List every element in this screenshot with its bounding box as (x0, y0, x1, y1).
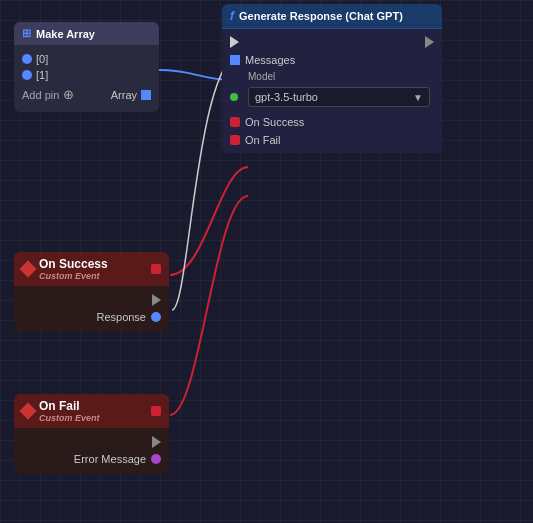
on-fail-header-left: On Fail Custom Event (22, 399, 100, 423)
on-success-event-subtitle: Custom Event (39, 271, 108, 281)
on-fail-row: On Fail (226, 131, 438, 149)
exec-out-pin[interactable] (425, 36, 434, 48)
response-pin[interactable] (151, 312, 161, 322)
make-array-pin-1: [1] (22, 67, 151, 83)
array-output-pin[interactable] (141, 90, 151, 100)
model-label: Model (226, 69, 438, 83)
on-success-exec-row (22, 292, 161, 308)
messages-pin[interactable] (230, 55, 240, 65)
exec-row (226, 33, 438, 51)
on-fail-event-node: On Fail Custom Event Error Message (14, 394, 169, 474)
on-fail-event-body: Error Message (14, 428, 169, 474)
on-fail-diamond-icon (20, 403, 37, 420)
add-pin-icon: ⊕ (63, 87, 74, 102)
exec-in-pin[interactable] (230, 36, 239, 48)
make-array-node: ⊞ Make Array [0] [1] Add pin ⊕ Array (14, 22, 159, 112)
pin-dot-1[interactable] (22, 70, 32, 80)
on-fail-label: On Fail (245, 134, 280, 146)
error-message-pin[interactable] (151, 454, 161, 464)
on-success-event-body: Response (14, 286, 169, 332)
add-pin-button[interactable]: Add pin ⊕ (22, 85, 74, 104)
make-array-body: [0] [1] Add pin ⊕ Array (14, 45, 159, 112)
make-array-header: ⊞ Make Array (14, 22, 159, 45)
on-fail-error-row: Error Message (22, 450, 161, 468)
on-success-label: On Success (245, 116, 304, 128)
on-success-exec-out-pin[interactable] (152, 294, 161, 306)
on-fail-exec-out-pin[interactable] (152, 436, 161, 448)
on-success-event-node: On Success Custom Event Response (14, 252, 169, 332)
on-success-titles: On Success Custom Event (39, 257, 108, 281)
on-fail-event-title: On Fail (39, 399, 100, 413)
on-success-response-row: Response (22, 308, 161, 326)
on-fail-titles: On Fail Custom Event (39, 399, 100, 423)
model-connected-dot (230, 93, 238, 101)
model-value: gpt-3.5-turbo (255, 91, 318, 103)
on-success-pin[interactable] (230, 117, 240, 127)
on-success-header-left: On Success Custom Event (22, 257, 108, 281)
on-success-event-header: On Success Custom Event (14, 252, 169, 286)
dropdown-arrow-icon: ▼ (413, 92, 423, 103)
on-success-diamond-icon (20, 261, 37, 278)
array-output-label: Array (111, 89, 137, 101)
make-array-title: Make Array (36, 28, 95, 40)
make-array-output-row: Add pin ⊕ Array (22, 83, 151, 106)
make-array-pin-0: [0] (22, 51, 151, 67)
make-array-grid-icon: ⊞ (22, 27, 31, 40)
on-success-row: On Success (226, 113, 438, 131)
on-success-red-dot (151, 264, 161, 274)
pin-dot-0[interactable] (22, 54, 32, 64)
on-fail-exec-row (22, 434, 161, 450)
response-label: Response (96, 311, 146, 323)
pin-label-1: [1] (36, 69, 48, 81)
on-fail-event-header: On Fail Custom Event (14, 394, 169, 428)
generate-response-body: Messages Model gpt-3.5-turbo ▼ On Succes… (222, 29, 442, 153)
pin-label-0: [0] (36, 53, 48, 65)
generate-response-node: f Generate Response (Chat GPT) Messages … (222, 4, 442, 153)
on-fail-event-subtitle: Custom Event (39, 413, 100, 423)
messages-label: Messages (245, 54, 295, 66)
error-message-label: Error Message (74, 453, 146, 465)
function-icon: f (230, 9, 234, 23)
model-select[interactable]: gpt-3.5-turbo ▼ (248, 87, 430, 107)
on-fail-red-dot (151, 406, 161, 416)
on-success-event-title: On Success (39, 257, 108, 271)
messages-row: Messages (226, 51, 438, 69)
generate-response-title: Generate Response (Chat GPT) (239, 10, 403, 22)
generate-response-header: f Generate Response (Chat GPT) (222, 4, 442, 29)
on-fail-pin[interactable] (230, 135, 240, 145)
add-pin-label: Add pin (22, 89, 59, 101)
